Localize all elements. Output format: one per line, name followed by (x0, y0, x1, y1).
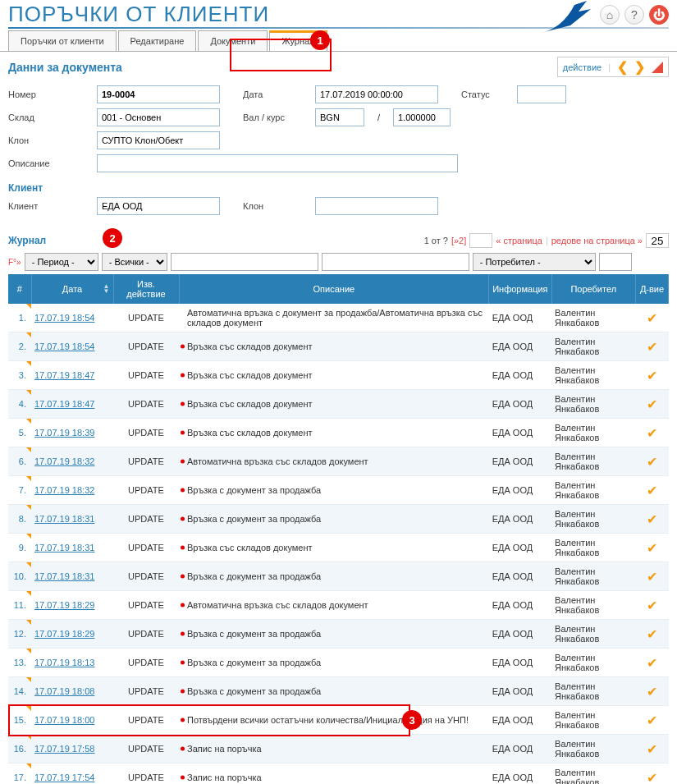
col-4[interactable]: Информация (489, 274, 551, 304)
tab-1[interactable]: Редактиране (118, 30, 197, 51)
row-date[interactable]: 17.07.19 18:31 (31, 534, 113, 562)
rows-label-link[interactable]: редове на страница » (551, 236, 643, 245)
branch-input[interactable] (97, 131, 220, 149)
row-date[interactable]: 17.07.19 18:32 (31, 476, 113, 505)
table-row[interactable]: 11.17.07.19 18:29UPDATEАвтоматична връзк… (8, 591, 669, 620)
row-user: Валентин Янкабаков (551, 534, 635, 562)
row-check-icon[interactable]: ✔ (636, 447, 669, 476)
user-filter[interactable]: - Потребител - (473, 253, 596, 271)
table-row[interactable]: 10.17.07.19 18:31UPDATEВръзка с документ… (8, 562, 669, 591)
table-row[interactable]: 3.17.07.19 18:47UPDATEВръзка със складов… (8, 361, 669, 390)
date-input[interactable] (315, 85, 438, 103)
table-row[interactable]: 15.17.07.19 18:00UPDATEПотвърдени всички… (8, 706, 669, 735)
table-row[interactable]: 17.17.07.19 17:54UPDATEЗапис на поръчкаЕ… (8, 763, 669, 785)
currency-input[interactable] (315, 108, 364, 126)
status-input[interactable] (517, 85, 566, 103)
client-input[interactable] (97, 197, 220, 215)
row-date[interactable]: 17.07.19 18:31 (31, 562, 113, 591)
row-check-icon[interactable]: ✔ (636, 476, 669, 505)
help-button[interactable]: ? (624, 5, 644, 25)
rows-per-page-input[interactable] (646, 233, 669, 248)
col-6[interactable]: Д-вие (636, 274, 669, 304)
d-filter[interactable] (599, 253, 632, 271)
col-2[interactable]: Изв. действие (113, 274, 179, 304)
row-date[interactable]: 17.07.19 18:00 (31, 706, 113, 735)
row-check-icon[interactable]: ✔ (636, 332, 669, 361)
row-date[interactable]: 17.07.19 18:39 (31, 419, 113, 447)
client-branch-input[interactable] (315, 197, 438, 215)
row-check-icon[interactable]: ✔ (636, 591, 669, 620)
row-user: Валентин Янкабаков (551, 677, 635, 706)
row-date[interactable]: 17.07.19 18:08 (31, 677, 113, 706)
home-button[interactable]: ⌂ (600, 5, 620, 25)
table-row[interactable]: 9.17.07.19 18:31UPDATEВръзка със складов… (8, 534, 669, 562)
row-date[interactable]: 17.07.19 18:29 (31, 620, 113, 649)
row-check-icon[interactable]: ✔ (636, 419, 669, 447)
row-date[interactable]: 17.07.19 18:47 (31, 390, 113, 419)
table-row[interactable]: 1.17.07.19 18:54UPDATEАвтоматична връзка… (8, 304, 669, 332)
col-3[interactable]: Описание (179, 274, 489, 304)
row-check-icon[interactable]: ✔ (636, 649, 669, 677)
row-check-icon[interactable]: ✔ (636, 505, 669, 534)
row-check-icon[interactable]: ✔ (636, 361, 669, 390)
number-input[interactable] (97, 85, 220, 103)
row-check-icon[interactable]: ✔ (636, 620, 669, 649)
row-user: Валентин Янкабаков (551, 332, 635, 361)
row-date[interactable]: 17.07.19 18:54 (31, 304, 113, 332)
row-check-icon[interactable]: ✔ (636, 304, 669, 332)
row-date[interactable]: 17.07.19 17:58 (31, 735, 113, 763)
row-check-icon[interactable]: ✔ (636, 706, 669, 735)
row-user: Валентин Янкабаков (551, 649, 635, 677)
page-title: ПОРЪЧКИ ОТ КЛИЕНТИ (8, 2, 269, 27)
filter-toggle[interactable]: F°» (8, 258, 21, 267)
table-row[interactable]: 6.17.07.19 18:32UPDATEАвтоматична връзка… (8, 447, 669, 476)
period-filter[interactable]: - Период - (25, 253, 98, 271)
table-row[interactable]: 7.17.07.19 18:32UPDATEВръзка с документ … (8, 476, 669, 505)
row-date[interactable]: 17.07.19 18:29 (31, 591, 113, 620)
warehouse-input[interactable] (97, 108, 220, 126)
row-check-icon[interactable]: ✔ (636, 390, 669, 419)
tab-0[interactable]: Поръчки от клиенти (8, 30, 117, 51)
number-label: Номер (8, 89, 90, 99)
row-index: 1. (8, 304, 31, 332)
row-user: Валентин Янкабаков (551, 763, 635, 785)
col-1[interactable]: Дата▲▼ (31, 274, 113, 304)
table-row[interactable]: 8.17.07.19 18:31UPDATEВръзка с документ … (8, 505, 669, 534)
row-check-icon[interactable]: ✔ (636, 677, 669, 706)
table-row[interactable]: 5.17.07.19 18:39UPDATEВръзка със складов… (8, 419, 669, 447)
info-filter[interactable] (322, 253, 469, 271)
row-action: UPDATE (113, 620, 179, 649)
prev-arrow-icon[interactable]: ❮ (617, 59, 628, 75)
page-number-input[interactable] (469, 233, 492, 248)
row-index: 10. (8, 562, 31, 591)
row-date[interactable]: 17.07.19 18:47 (31, 361, 113, 390)
page-next-link[interactable]: [»2] (451, 236, 466, 245)
row-date[interactable]: 17.07.19 17:54 (31, 763, 113, 785)
table-row[interactable]: 13.17.07.19 18:13UPDATEВръзка с документ… (8, 649, 669, 677)
row-check-icon[interactable]: ✔ (636, 562, 669, 591)
table-row[interactable]: 4.17.07.19 18:47UPDATEВръзка със складов… (8, 390, 669, 419)
action-filter[interactable]: - Всички - (102, 253, 167, 271)
rate-input[interactable] (393, 108, 451, 126)
tab-2[interactable]: Документи (198, 30, 268, 51)
table-row[interactable]: 12.17.07.19 18:29UPDATEВръзка с документ… (8, 620, 669, 649)
row-date[interactable]: 17.07.19 18:13 (31, 649, 113, 677)
col-5[interactable]: Поребител (551, 274, 635, 304)
action-menu[interactable]: действие (563, 62, 602, 72)
next-arrow-icon[interactable]: ❯ (634, 59, 645, 75)
row-check-icon[interactable]: ✔ (636, 735, 669, 763)
row-date[interactable]: 17.07.19 18:31 (31, 505, 113, 534)
col-0[interactable]: # (8, 274, 31, 304)
page-label-link[interactable]: « страница (496, 236, 542, 245)
description-input[interactable] (97, 154, 458, 172)
desc-filter[interactable] (171, 253, 318, 271)
table-row[interactable]: 14.17.07.19 18:08UPDATEВръзка с документ… (8, 677, 669, 706)
row-check-icon[interactable]: ✔ (636, 534, 669, 562)
table-row[interactable]: 2.17.07.19 18:54UPDATEВръзка със складов… (8, 332, 669, 361)
row-desc: Връзка със складов документ (179, 534, 489, 562)
table-row[interactable]: 16.17.07.19 17:58UPDATEЗапис на поръчкаЕ… (8, 735, 669, 763)
power-button[interactable]: ⏻ (649, 5, 669, 25)
row-check-icon[interactable]: ✔ (636, 763, 669, 785)
row-date[interactable]: 17.07.19 18:54 (31, 332, 113, 361)
row-date[interactable]: 17.07.19 18:32 (31, 447, 113, 476)
